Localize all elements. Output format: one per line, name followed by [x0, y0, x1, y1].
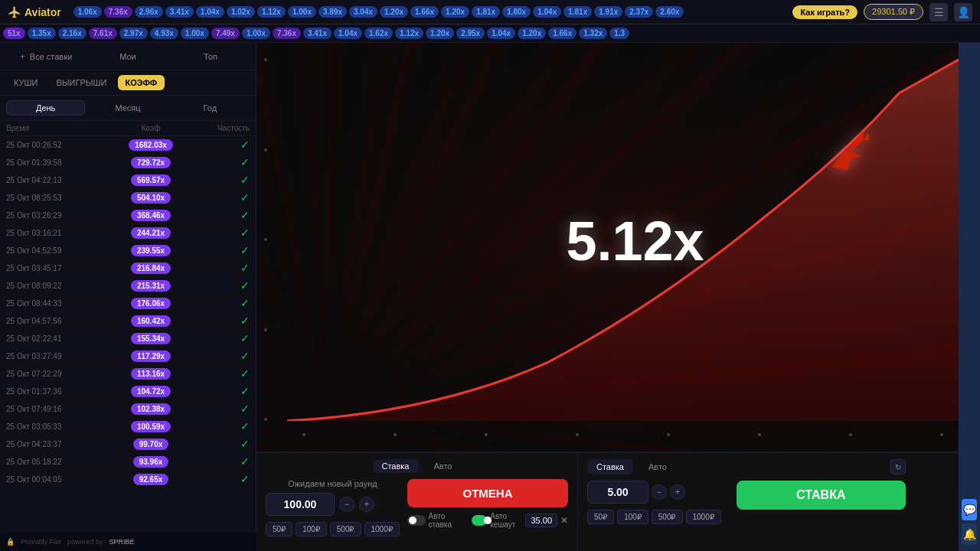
- mult-badge[interactable]: 1.35x: [28, 28, 56, 39]
- quick-500-1[interactable]: 500₽: [330, 522, 361, 536]
- mult-badge[interactable]: 1.81x: [472, 6, 500, 18]
- quick-500-2[interactable]: 500₽: [652, 510, 683, 524]
- mult-badge[interactable]: 1.91x: [594, 6, 622, 18]
- period-month[interactable]: Месяц: [88, 100, 167, 116]
- how-to-play-button[interactable]: Как играть?: [792, 5, 858, 19]
- mult-badge[interactable]: 1.02x: [227, 6, 255, 18]
- bet-time: 25 Окт 03:27:49: [6, 352, 98, 360]
- quick-100-2[interactable]: 100₽: [617, 510, 648, 524]
- auto-cashout-toggle[interactable]: [472, 515, 488, 526]
- mult-badge[interactable]: 1.04x: [533, 6, 561, 18]
- chat-icon[interactable]: 💬: [962, 499, 977, 520]
- quick-50-2[interactable]: 50₽: [587, 510, 614, 524]
- amount-plus-1[interactable]: +: [359, 497, 374, 512]
- tab-all-bets[interactable]: ＋ Все ставки: [6, 47, 84, 65]
- mult-badge[interactable]: 7.49x: [211, 28, 240, 39]
- bet-coeff: 92.65x: [133, 474, 169, 485]
- mult-badge[interactable]: 1.80x: [502, 6, 531, 18]
- mult-badge[interactable]: 2.95x: [456, 28, 485, 39]
- bet-time: 25 Окт 07:22:29: [6, 370, 98, 378]
- table-row: 25 Окт 08:09:22 215.31x ✓: [0, 277, 256, 295]
- mult-badge[interactable]: 1.00x: [242, 28, 270, 39]
- mult-badge[interactable]: 3.04x: [349, 6, 377, 18]
- mult-badge[interactable]: 2.16x: [58, 28, 87, 39]
- check-icon: ✓: [240, 191, 250, 204]
- mult-badge[interactable]: 1.66x: [548, 28, 577, 39]
- mult-badge[interactable]: 1.04x: [196, 6, 224, 18]
- mult-badge[interactable]: 1.62x: [364, 28, 393, 39]
- menu-button[interactable]: ☰: [929, 3, 948, 21]
- mult-badge[interactable]: 1.06x: [74, 6, 102, 18]
- tab-my-bets[interactable]: Мои: [89, 47, 167, 65]
- bet-panel-1: Ставка Авто Ожидаем новый раунд − + 50₽: [256, 453, 578, 551]
- mult-badge[interactable]: 7.36x: [273, 28, 301, 39]
- mult-badge[interactable]: 2.97x: [119, 28, 148, 39]
- quick-amounts-1: 50₽ 100₽ 500₽ 1000₽: [266, 522, 400, 536]
- mult-badge[interactable]: 3.41x: [165, 6, 194, 18]
- mult-badge[interactable]: 1.00x: [288, 6, 316, 18]
- amount-input-2[interactable]: [587, 481, 648, 504]
- quick-50-1[interactable]: 50₽: [266, 522, 292, 536]
- check-icon: ✓: [240, 227, 250, 239]
- mult-badge[interactable]: 2.96x: [135, 6, 163, 18]
- quick-1000-1[interactable]: 1000₽: [364, 522, 400, 536]
- mult-badge[interactable]: 1.04x: [334, 28, 362, 39]
- subtab-kuши[interactable]: КУШИ: [6, 75, 46, 90]
- period-day[interactable]: День: [6, 100, 85, 116]
- mult-badge[interactable]: 1.32x: [579, 28, 607, 39]
- table-row: 25 Окт 04:22:13 569.57x ✓: [0, 171, 256, 189]
- subtab-coeff[interactable]: КОЭФФ: [118, 75, 165, 90]
- mult-badge[interactable]: 1.66x: [410, 6, 439, 18]
- quick-100-1[interactable]: 100₽: [296, 522, 327, 536]
- subtab-wins[interactable]: ВЫИГРЫШИ: [49, 75, 115, 90]
- refresh-button[interactable]: ↻: [890, 459, 906, 474]
- check-icon: ✓: [240, 174, 250, 186]
- game-area: 5.12x: [256, 43, 959, 551]
- mult-badge[interactable]: 7.36x: [104, 6, 132, 18]
- mult-badge[interactable]: 7.61x: [89, 28, 117, 39]
- mult-badge[interactable]: 1.12x: [257, 6, 286, 18]
- mult-badge[interactable]: 1.20x: [518, 28, 546, 39]
- panel2-tab-stake[interactable]: Ставка: [587, 459, 633, 474]
- mult-badge[interactable]: 4.93x: [150, 28, 178, 39]
- top-multipliers-row1: 1.06x 7.36x 2.96x 3.41x 1.04x 1.02x 1.12…: [74, 6, 793, 18]
- mult-badge[interactable]: 1.3: [609, 28, 629, 39]
- quick-1000-2[interactable]: 1000₽: [686, 510, 721, 524]
- balance-amount: 29301.50 ₽: [872, 7, 915, 17]
- amount-minus-2[interactable]: −: [652, 484, 667, 500]
- panel1-tab-stake[interactable]: Ставка: [373, 459, 419, 473]
- check-icon: ✓: [240, 420, 250, 432]
- amount-plus-2[interactable]: +: [670, 484, 685, 500]
- amount-minus-1[interactable]: −: [339, 497, 354, 512]
- check-icon: ✓: [240, 262, 250, 274]
- mult-badge[interactable]: 2.37x: [625, 6, 653, 18]
- mult-badge[interactable]: 1.20x: [426, 28, 454, 39]
- bet-panel-2: Ставка Авто ↻ − + 50₽ 100₽: [578, 453, 915, 551]
- x-dot: [576, 433, 579, 436]
- stake-button[interactable]: СТАВКА: [737, 481, 906, 510]
- notification-icon[interactable]: 🔔: [962, 523, 977, 545]
- bet-time: 25 Окт 08:25:53: [6, 194, 98, 202]
- cashout-clear-button[interactable]: ✕: [560, 515, 568, 526]
- provably-fair-text: Provably Fair: [21, 538, 61, 546]
- auto-stake-toggle[interactable]: [407, 515, 426, 526]
- mult-badge[interactable]: 3.89x: [318, 6, 347, 18]
- cancel-button[interactable]: ОТМЕНА: [407, 479, 568, 507]
- mult-badge[interactable]: 3.41x: [303, 28, 332, 39]
- mult-badge[interactable]: 1.20x: [441, 6, 469, 18]
- mult-badge[interactable]: 1.81x: [564, 6, 592, 18]
- mult-badge[interactable]: 1.12x: [395, 28, 423, 39]
- col-header-freq: Частость: [204, 124, 250, 132]
- period-year[interactable]: Год: [171, 100, 250, 116]
- amount-input-1[interactable]: [266, 493, 335, 516]
- panel1-tab-auto[interactable]: Авто: [425, 459, 462, 473]
- mult-badge[interactable]: 1.00x: [181, 28, 209, 39]
- mult-badge[interactable]: 1.20x: [380, 6, 408, 18]
- mult-badge[interactable]: 2.60x: [655, 6, 684, 18]
- mult-badge[interactable]: 51x: [3, 28, 25, 39]
- bet-time: 25 Окт 03:26:29: [6, 211, 98, 220]
- tab-top-bets[interactable]: Топ: [172, 47, 250, 65]
- mult-badge[interactable]: 1.04x: [487, 28, 515, 39]
- panel2-tab-auto[interactable]: Авто: [639, 459, 676, 474]
- user-button[interactable]: 👤: [954, 3, 972, 21]
